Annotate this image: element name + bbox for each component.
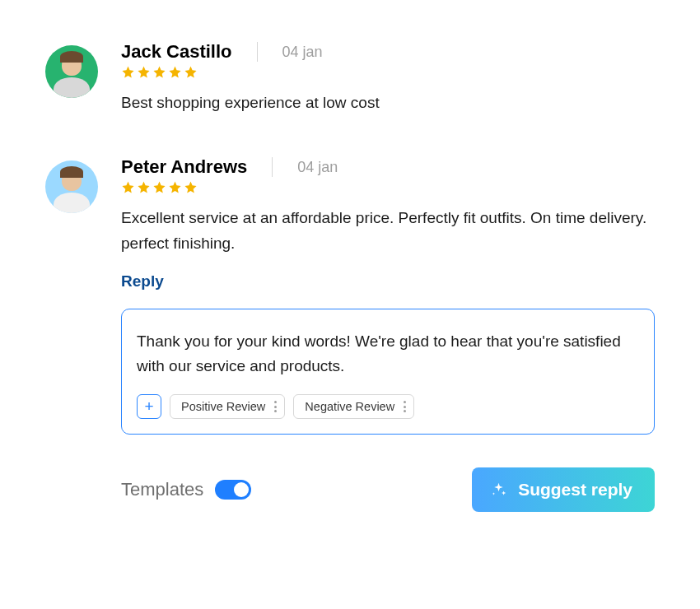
more-icon[interactable] — [404, 401, 406, 412]
star-icon — [168, 65, 182, 79]
templates-toggle[interactable] — [215, 480, 251, 500]
review-item: Jack Castillo 04 jan Best shopping exper… — [45, 41, 655, 115]
plus-icon: + — [144, 397, 153, 416]
reviewer-name: Jack Castillo — [121, 41, 232, 63]
star-icon — [137, 65, 151, 79]
suggest-reply-label: Suggest reply — [518, 480, 632, 500]
review-text: Best shopping experience at low cost — [121, 91, 655, 115]
more-icon[interactable] — [274, 401, 277, 412]
chip-label: Negative Review — [305, 400, 394, 413]
review-text: Excellent service at an affordable price… — [121, 206, 655, 256]
review-item: Peter Andrews 04 jan Excellent service a… — [45, 156, 655, 435]
star-icon — [121, 180, 135, 194]
divider — [272, 157, 273, 177]
star-rating — [121, 180, 655, 194]
star-icon — [152, 180, 166, 194]
suggest-reply-button[interactable]: Suggest reply — [472, 467, 655, 512]
add-template-button[interactable]: + — [137, 394, 161, 419]
star-icon — [168, 180, 182, 194]
avatar — [45, 160, 98, 213]
avatar — [45, 45, 98, 98]
divider — [257, 42, 258, 62]
chip-label: Positive Review — [181, 400, 265, 413]
reviewer-name: Peter Andrews — [121, 156, 247, 178]
star-icon — [121, 65, 135, 79]
star-icon — [152, 65, 166, 79]
star-icon — [184, 180, 198, 194]
star-rating — [121, 65, 655, 79]
reply-box[interactable]: Thank you for your kind words! We're gla… — [121, 309, 655, 435]
review-date: 04 jan — [297, 159, 338, 176]
reply-draft-text[interactable]: Thank you for your kind words! We're gla… — [137, 329, 634, 378]
sparkle-icon — [490, 481, 507, 499]
template-chip-negative[interactable]: Negative Review — [293, 394, 414, 419]
templates-label: Templates — [121, 479, 203, 500]
star-icon — [137, 180, 151, 194]
template-chip-positive[interactable]: Positive Review — [170, 394, 285, 419]
reply-link[interactable]: Reply — [121, 272, 164, 291]
review-date: 04 jan — [282, 44, 323, 61]
star-icon — [184, 65, 198, 79]
